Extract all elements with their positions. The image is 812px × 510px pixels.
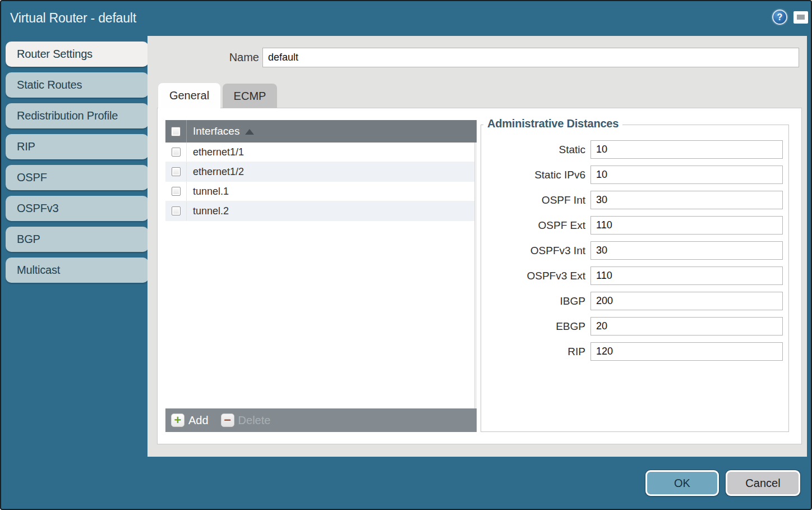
table-row[interactable]: ethernet1/2 bbox=[165, 162, 477, 182]
sidebar-item-ospfv3[interactable]: OSPFv3 bbox=[6, 196, 149, 221]
ibgp-label: IBGP bbox=[481, 295, 585, 307]
table-row[interactable]: tunnel.1 bbox=[165, 182, 477, 201]
ospf-int-label: OSPF Int bbox=[481, 194, 585, 206]
interface-name: tunnel.2 bbox=[187, 205, 229, 217]
ospf-ext-label: OSPF Ext bbox=[481, 219, 585, 232]
tab-general[interactable]: General bbox=[158, 83, 220, 108]
sidebar-item-router-settings[interactable]: Router Settings bbox=[6, 42, 149, 67]
virtual-router-dialog: Virtual Router - default ? Router Settin… bbox=[0, 0, 812, 510]
ospf-int-input[interactable] bbox=[590, 191, 783, 209]
add-button-label: Add bbox=[188, 414, 209, 427]
window-restore-icon-inner bbox=[797, 15, 805, 20]
sidebar-item-bgp[interactable]: BGP bbox=[6, 227, 149, 252]
row-checkbox-cell bbox=[165, 182, 187, 201]
static-label: Static bbox=[481, 144, 585, 156]
row-checkbox-cell bbox=[165, 162, 187, 181]
table-scrollbar[interactable] bbox=[474, 143, 477, 408]
select-all-checkbox[interactable] bbox=[171, 127, 181, 136]
ebgp-label: EBGP bbox=[481, 320, 585, 333]
delete-icon: − bbox=[221, 413, 234, 427]
table-row[interactable]: tunnel.2 bbox=[165, 201, 477, 221]
static-ipv6-label: Static IPv6 bbox=[481, 169, 585, 181]
ospfv3-int-input[interactable] bbox=[590, 241, 783, 260]
ibgp-input[interactable] bbox=[590, 292, 783, 310]
sidebar-item-static-routes[interactable]: Static Routes bbox=[6, 72, 149, 98]
static-input[interactable] bbox=[590, 140, 783, 159]
rip-input[interactable] bbox=[590, 342, 783, 361]
interfaces-list: ethernet1/1 ethernet1/2 tunnel.1 tunnel.… bbox=[165, 143, 477, 408]
sidebar-item-redistribution-profile[interactable]: Redistribution Profile bbox=[6, 103, 149, 128]
add-button[interactable]: + Add bbox=[171, 413, 209, 427]
sort-ascending-icon bbox=[245, 129, 254, 135]
delete-button[interactable]: − Delete bbox=[221, 413, 271, 427]
add-icon: + bbox=[171, 413, 184, 427]
ebgp-input[interactable] bbox=[590, 317, 783, 336]
ospfv3-ext-label: OSPFv3 Ext bbox=[481, 270, 585, 282]
help-icon[interactable]: ? bbox=[772, 10, 787, 25]
row-checkbox[interactable] bbox=[172, 167, 181, 176]
table-toolbar: + Add − Delete bbox=[165, 408, 477, 432]
interface-name: tunnel.1 bbox=[187, 186, 229, 197]
name-input[interactable] bbox=[262, 48, 799, 67]
ospf-ext-input[interactable] bbox=[590, 216, 783, 235]
help-icon-glyph: ? bbox=[777, 12, 783, 22]
row-checkbox[interactable] bbox=[172, 148, 181, 157]
sidebar-item-multicast[interactable]: Multicast bbox=[6, 258, 149, 283]
row-checkbox-cell bbox=[165, 201, 187, 220]
administrative-distances-fieldset: Administrative Distances Static Static I… bbox=[481, 125, 789, 432]
static-ipv6-input[interactable] bbox=[590, 166, 783, 184]
window-restore-icon[interactable] bbox=[793, 11, 808, 24]
dialog-title: Virtual Router - default bbox=[10, 11, 136, 26]
ospfv3-int-label: OSPFv3 Int bbox=[481, 245, 585, 257]
interfaces-column-header[interactable]: Interfaces bbox=[165, 120, 477, 143]
sidebar-item-rip[interactable]: RIP bbox=[6, 134, 149, 159]
name-label: Name bbox=[203, 51, 259, 64]
delete-button-label: Delete bbox=[238, 414, 271, 427]
table-row[interactable]: ethernet1/1 bbox=[165, 143, 477, 162]
row-checkbox[interactable] bbox=[172, 187, 181, 196]
cancel-button[interactable]: Cancel bbox=[726, 470, 800, 496]
select-all-cell bbox=[165, 120, 187, 143]
interfaces-column-label: Interfaces bbox=[193, 125, 239, 137]
ospfv3-ext-input[interactable] bbox=[590, 267, 783, 285]
interfaces-table: Interfaces ethernet1/1 ethernet1/2 tunne… bbox=[165, 120, 477, 432]
tab-ecmp[interactable]: ECMP bbox=[223, 84, 277, 108]
row-checkbox[interactable] bbox=[172, 206, 181, 215]
sidebar-item-ospf[interactable]: OSPF bbox=[6, 165, 149, 190]
administrative-distances-title: Administrative Distances bbox=[483, 117, 622, 130]
row-checkbox-cell bbox=[165, 143, 187, 162]
interface-name: ethernet1/1 bbox=[187, 146, 244, 158]
interface-name: ethernet1/2 bbox=[187, 166, 244, 178]
ok-button[interactable]: OK bbox=[645, 470, 719, 496]
rip-label: RIP bbox=[481, 346, 585, 358]
